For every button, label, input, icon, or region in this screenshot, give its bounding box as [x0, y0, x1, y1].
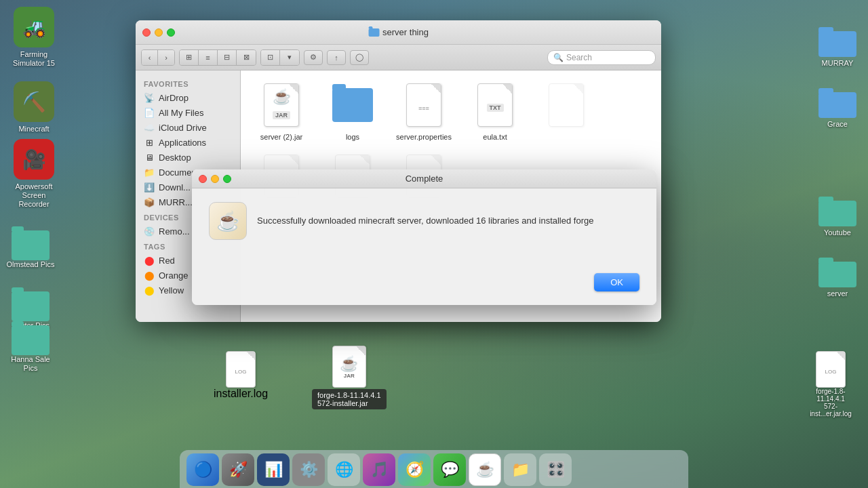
sidebar-item-all-my-files[interactable]: 📄 All My Files: [136, 105, 240, 120]
youtube-folder-icon[interactable]: Youtube: [814, 197, 861, 237]
jar-file-icon: ☕ JAR: [260, 81, 303, 129]
log-badge: LOG: [235, 369, 247, 375]
file-server-props[interactable]: ≡≡≡ server.properties: [393, 81, 454, 142]
finder-title: server thing: [368, 27, 429, 37]
cover-view-button[interactable]: ⊠: [237, 50, 256, 65]
sidebar-item-airdrop[interactable]: 📡 AirDrop: [136, 90, 240, 105]
red-tag-label: Red: [159, 256, 175, 266]
dialog-body: ☕ Successfully downloaded minecraft serv…: [192, 188, 656, 253]
apowersoft-icon[interactable]: 🎥 Apowersoft Screen Recorder: [7, 139, 61, 209]
farming-sim-icon[interactable]: 🚜 Farming Simulator 15: [7, 7, 61, 68]
folder-shape: [818, 258, 856, 287]
arrange-dropdown[interactable]: ▾: [280, 50, 299, 65]
minecraft-img: ⛏️: [14, 81, 54, 122]
yellow-tag-label: Yellow: [159, 285, 184, 296]
minimize-button[interactable]: [155, 28, 163, 37]
dialog-close-button[interactable]: [199, 175, 207, 183]
dock-dashboard[interactable]: 📊: [257, 453, 290, 486]
java-icon: ☕: [209, 202, 247, 240]
forge-jar-icon: ☕ JAR: [332, 346, 366, 388]
sidebar-item-icloud[interactable]: ☁️ iCloud Drive: [136, 120, 240, 135]
forge-log-badge: LOG: [825, 369, 837, 375]
olmstead-label: Olmstead Pics: [7, 260, 55, 269]
forward-button[interactable]: ›: [158, 50, 174, 65]
log-icon: LOG: [226, 351, 256, 388]
downloads-label: Downl...: [159, 182, 191, 192]
arrange-buttons: ⊡ ▾: [260, 49, 300, 66]
traffic-lights: [142, 28, 175, 37]
server-label: server: [827, 289, 848, 298]
dock-system-prefs[interactable]: ⚙️: [292, 453, 325, 486]
olmstead-icon[interactable]: Olmstead Pics: [3, 230, 58, 269]
hanna-icon[interactable]: Hanna Sale Pics: [3, 325, 58, 373]
dock-java[interactable]: ☕: [469, 453, 501, 486]
grace-folder-icon[interactable]: Grace: [814, 88, 861, 128]
murray-folder-icon[interactable]: MURRAY: [814, 27, 861, 67]
murray-label: MURRAY: [822, 59, 854, 67]
forge-jar-tooltip: forge-1.8-11.14.4.1 572-installer.jar: [312, 389, 387, 409]
applications-label: Applications: [159, 138, 206, 148]
desktop: MURRAY Grace Youtube server 🚜 Farming Si…: [0, 0, 868, 488]
dialog-min-button[interactable]: [211, 175, 219, 183]
dialog-max-button[interactable]: [223, 175, 231, 183]
sidebar-item-desktop[interactable]: 🖥 Desktop: [136, 150, 240, 165]
complete-dialog: Complete ☕ Successfully downloaded minec…: [192, 169, 656, 305]
installer-log-label: installer.log: [214, 388, 268, 400]
maximize-button[interactable]: [167, 28, 175, 37]
logs-folder-icon: [331, 81, 374, 129]
dock-extra1[interactable]: 📁: [504, 453, 536, 486]
sidebar-item-applications[interactable]: ⊞ Applications: [136, 135, 240, 150]
column-view-button[interactable]: ⊟: [218, 50, 237, 65]
file-extra-1[interactable]: [536, 81, 597, 142]
documents-icon: 📁: [144, 167, 155, 178]
dock-messages[interactable]: 💬: [433, 453, 466, 486]
forge-jar-file[interactable]: ☕ JAR forge-1.8-11.14.4.1 572-installer.…: [312, 346, 387, 409]
title-folder-icon: [368, 28, 379, 37]
file-eula[interactable]: TXT eula.txt: [465, 81, 526, 142]
forge-jar-badge: JAR: [344, 373, 355, 379]
farming-sim-img: 🚜: [14, 7, 54, 47]
dock-launchpad[interactable]: 🚀: [222, 453, 254, 486]
youtube-label: Youtube: [824, 228, 851, 237]
server-folder-icon[interactable]: server: [814, 258, 861, 298]
installer-log-file[interactable]: LOG installer.log: [214, 351, 268, 400]
dock-itunes[interactable]: 🎵: [363, 453, 395, 486]
dock-extra2[interactable]: 🎛️: [539, 453, 572, 486]
eula-badge: TXT: [487, 104, 504, 112]
tag-button[interactable]: ◯: [350, 50, 369, 65]
hanna-label: Hanna Sale Pics: [3, 355, 58, 373]
forge-coffee-icon: ☕: [340, 355, 358, 373]
murray-icon: 📦: [144, 197, 155, 207]
desktop-icon-sm: 🖥: [144, 152, 155, 163]
list-view-button[interactable]: ≡: [199, 50, 218, 65]
close-button[interactable]: [142, 28, 151, 37]
jar-filename: server (2).jar: [260, 132, 302, 142]
dock-chrome[interactable]: 🌐: [328, 453, 360, 486]
file-logs[interactable]: logs: [322, 81, 383, 142]
file-server-jar[interactable]: ☕ JAR server (2).jar: [251, 81, 312, 142]
minecraft-icon[interactable]: ⛏️ Minecraft: [7, 81, 61, 134]
remote-label: Remo...: [159, 226, 190, 237]
arrange-button[interactable]: ⊡: [261, 50, 280, 65]
search-placeholder: Search: [566, 53, 592, 62]
props-filename: server.properties: [396, 132, 452, 142]
share-button[interactable]: ↑: [327, 50, 346, 65]
jar-badge: JAR: [273, 111, 290, 119]
props-lines: ≡≡≡: [418, 105, 429, 112]
hanna-folder: [12, 325, 50, 355]
icon-view-button[interactable]: ⊞: [180, 50, 199, 65]
jar-icon-shape: ☕ JAR: [264, 83, 299, 127]
icloud-label: iCloud Drive: [159, 123, 207, 133]
remote-icon: 💿: [144, 226, 155, 237]
search-box[interactable]: 🔍 Search: [547, 50, 656, 65]
extra-doc-1: [549, 83, 584, 127]
action-button[interactable]: ⚙: [304, 50, 323, 65]
ok-button[interactable]: OK: [594, 273, 639, 291]
dock-safari[interactable]: 🧭: [398, 453, 431, 486]
murray-sidebar-label: MURR...: [159, 197, 193, 207]
back-button[interactable]: ‹: [142, 50, 158, 65]
downloads-icon: ⬇️: [144, 182, 155, 192]
red-tag-icon: ⬤: [144, 255, 155, 266]
forge-log-file[interactable]: LOG forge-1.8-11.14.4.1572-inst...er.jar…: [804, 351, 858, 418]
dock-finder[interactable]: 🔵: [186, 453, 219, 486]
